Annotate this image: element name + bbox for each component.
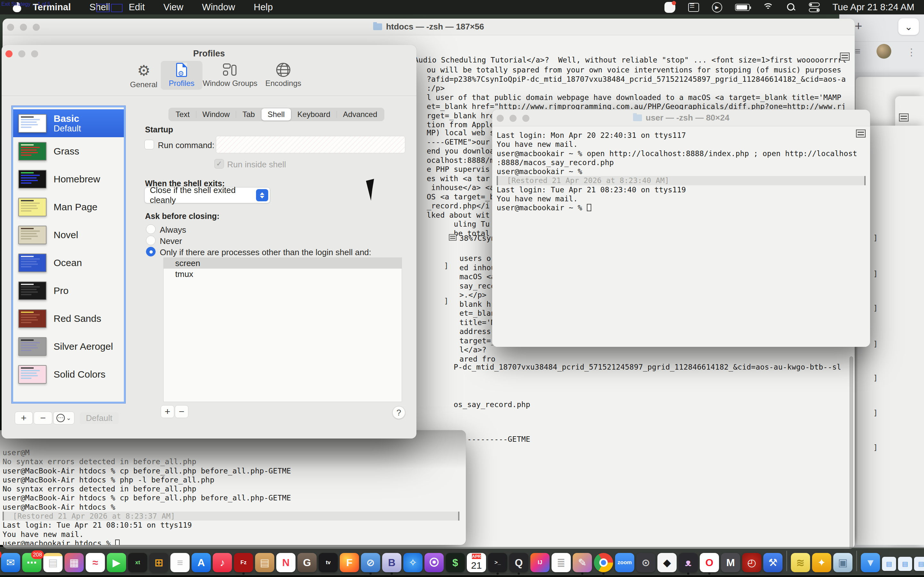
dock-item-chrome[interactable] bbox=[594, 553, 613, 572]
mamp-icon[interactable] bbox=[664, 2, 675, 13]
wifi-icon[interactable] bbox=[762, 3, 774, 11]
run-command-field[interactable] bbox=[216, 136, 405, 153]
battery-icon[interactable] bbox=[735, 4, 750, 11]
dock-item-facetime[interactable]: ▶ bbox=[107, 553, 126, 572]
dock-item-appletv[interactable]: tv bbox=[318, 553, 338, 572]
default-button[interactable]: Default bbox=[79, 412, 119, 424]
dock-item-mini-window-1[interactable]: ▤ bbox=[882, 557, 896, 571]
dock-item-krita[interactable]: ✎ bbox=[573, 553, 592, 572]
minimize-button[interactable] bbox=[509, 115, 517, 122]
window-controls[interactable] bbox=[7, 24, 40, 31]
dock-item-notes[interactable]: ▤ bbox=[43, 553, 63, 572]
tab-shell[interactable]: Shell bbox=[262, 108, 291, 121]
htdocs-titlebar[interactable]: htdocs — -zsh — 187×56 bbox=[3, 19, 855, 35]
dock-item-lightbulb[interactable]: ✦ bbox=[812, 553, 831, 572]
run-inside-shell-checkbox[interactable]: ✓ bbox=[214, 159, 224, 169]
menu-item-edit[interactable]: Edit bbox=[129, 2, 145, 13]
radio-only[interactable] bbox=[146, 247, 156, 256]
toolbar-item-general[interactable]: ⚙General bbox=[124, 61, 163, 91]
dock-item-xcode[interactable]: ⚒ bbox=[763, 553, 782, 572]
dock-item-speedtest[interactable]: ◴ bbox=[742, 553, 761, 572]
close-button[interactable] bbox=[7, 24, 14, 31]
window-controls[interactable] bbox=[497, 115, 529, 122]
avatar[interactable] bbox=[877, 44, 891, 59]
toolbar-item-profiles[interactable]: Profiles bbox=[161, 61, 202, 90]
search-icon[interactable] bbox=[787, 3, 796, 12]
play-icon[interactable]: ▶ bbox=[712, 2, 722, 13]
dock-item-calendar[interactable]: APR21 bbox=[467, 553, 486, 572]
tab-tab[interactable]: Tab bbox=[236, 108, 261, 121]
remove-process-button[interactable]: − bbox=[175, 405, 188, 418]
process-row-screen[interactable]: screen bbox=[164, 258, 402, 269]
process-list[interactable]: screentmux bbox=[163, 258, 402, 402]
dock-item-quicktime[interactable]: Q bbox=[509, 553, 528, 572]
dock-item-photos-widget[interactable]: ▣ bbox=[833, 553, 853, 572]
dock-item-launchpad[interactable]: ▦ bbox=[65, 553, 84, 572]
vertical-scrollbar[interactable] bbox=[850, 356, 853, 549]
menu-item-view[interactable]: View bbox=[163, 2, 183, 13]
dock-item-messages[interactable]: ⋯208 bbox=[22, 553, 41, 572]
minimize-button[interactable] bbox=[20, 24, 27, 31]
dock-item-books[interactable]: ▤ bbox=[255, 553, 274, 572]
user-titlebar[interactable]: user — -zsh — 80×24 bbox=[492, 110, 870, 126]
dock-item-downloads-folder[interactable]: ▼ bbox=[861, 553, 880, 572]
zoom-button[interactable] bbox=[522, 115, 529, 122]
dock-item-calculator[interactable]: ⊞ bbox=[149, 553, 168, 572]
dock-item-music[interactable]: ♪ bbox=[213, 553, 232, 572]
dock-item-appstore[interactable]: A bbox=[192, 553, 211, 572]
profile-row-solid-colors[interactable]: Solid Colors bbox=[13, 360, 124, 388]
dock-item-podcasts[interactable]: ⦿ bbox=[425, 553, 444, 572]
profile-row-basic[interactable]: BasicDefault bbox=[13, 109, 124, 137]
dock-item-molar[interactable]: M bbox=[721, 553, 740, 572]
menu-item-help[interactable]: Help bbox=[254, 2, 273, 13]
menu-item-window[interactable]: Window bbox=[202, 2, 235, 13]
dock-item-xterm[interactable]: xt bbox=[128, 553, 147, 572]
control-center-icon[interactable] bbox=[809, 3, 820, 12]
radio-always[interactable] bbox=[146, 224, 156, 234]
profile-row-novel[interactable]: Novel bbox=[13, 221, 124, 249]
dock-item-intellij[interactable]: IJ bbox=[530, 553, 549, 572]
add-process-button[interactable]: + bbox=[161, 405, 174, 418]
process-row-tmux[interactable]: tmux bbox=[164, 269, 402, 279]
zoom-button[interactable] bbox=[33, 24, 40, 31]
dock-item-stickies[interactable]: ≋ bbox=[791, 553, 810, 572]
remove-profile-button[interactable]: − bbox=[34, 412, 52, 424]
dock-item-bbedit[interactable]: B bbox=[382, 553, 401, 572]
run-command-checkbox[interactable] bbox=[144, 140, 154, 149]
profile-row-red-sands[interactable]: Red Sands bbox=[13, 305, 124, 332]
tab-advanced[interactable]: Advanced bbox=[337, 108, 383, 121]
dock-item-blocked-app[interactable]: ⊘ bbox=[361, 553, 380, 572]
shell-exit-popup[interactable]: Close if the shell exited cleanly bbox=[144, 187, 270, 203]
dock-item-settings-dark[interactable]: ⊙ bbox=[636, 553, 656, 572]
dock-item-xterm-green[interactable]: $ bbox=[446, 553, 465, 572]
close-button[interactable] bbox=[497, 115, 504, 122]
profile-row-grass[interactable]: Grass bbox=[13, 137, 124, 165]
dock-item-cat-app[interactable]: ᴥ bbox=[678, 553, 698, 572]
dock-item-gimp[interactable]: G bbox=[297, 553, 317, 572]
dock-item-opera[interactable]: O bbox=[700, 553, 719, 572]
tab-keyboard[interactable]: Keyboard bbox=[291, 108, 336, 121]
dock-item-zoom[interactable]: zoom bbox=[615, 553, 634, 572]
profile-row-silver-aerogel[interactable]: Silver Aerogel bbox=[13, 332, 124, 360]
more-options-icon[interactable]: ⋮ bbox=[907, 47, 917, 58]
dock-item-mail[interactable]: ✉ bbox=[1, 553, 20, 572]
dock-item-textedit[interactable]: ≡ bbox=[170, 553, 190, 572]
window-list-icon[interactable] bbox=[688, 3, 699, 12]
help-button[interactable]: ? bbox=[393, 406, 405, 419]
dock-item-mini-window-2[interactable]: ▤ bbox=[898, 557, 912, 571]
tab-window[interactable]: Window bbox=[196, 108, 236, 121]
dock-item-mini-window-3[interactable]: ▤ bbox=[914, 557, 924, 571]
dock-item-libreoffice[interactable]: ≣ bbox=[551, 553, 571, 572]
radio-never[interactable] bbox=[146, 235, 156, 245]
dock-item-fitness[interactable]: ≈ bbox=[86, 553, 105, 572]
dock-item-news[interactable]: N bbox=[276, 553, 296, 572]
toolbar-item-window-groups[interactable]: Window Groups bbox=[201, 61, 259, 90]
menu-clock[interactable]: Tue Apr 21 8:24 AM bbox=[833, 2, 914, 13]
dock-item-safari[interactable]: ✧ bbox=[403, 553, 423, 572]
new-tab-plus-icon[interactable]: + bbox=[855, 19, 862, 33]
more-actions-button[interactable]: ⋯⌄ bbox=[53, 412, 74, 424]
add-profile-button[interactable]: + bbox=[15, 412, 33, 424]
profile-row-ocean[interactable]: Ocean bbox=[13, 249, 124, 277]
profile-row-homebrew[interactable]: Homebrew bbox=[13, 165, 124, 193]
toolbar-item-encodings[interactable]: Encodings bbox=[259, 61, 307, 90]
